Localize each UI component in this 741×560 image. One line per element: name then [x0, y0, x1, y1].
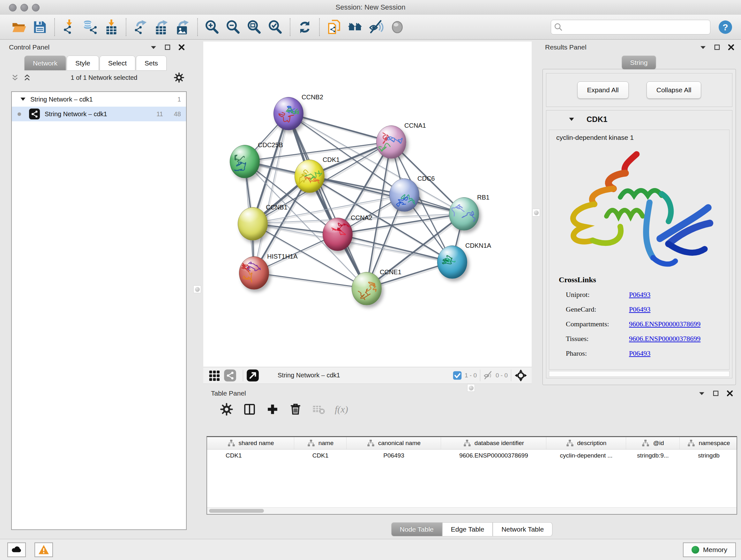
left-splitter-handle[interactable]: [193, 286, 201, 293]
import-network-from-database-button[interactable]: [81, 18, 99, 37]
control-panel-float-icon[interactable]: [163, 43, 172, 52]
node-ccna2[interactable]: [323, 218, 353, 251]
table-cell[interactable]: cyclin-dependent ...: [546, 449, 626, 462]
node-ccne1[interactable]: [352, 272, 382, 305]
node-ccna1[interactable]: [376, 125, 406, 159]
show-hide-button[interactable]: [367, 18, 386, 37]
network-list: String Network – cdk1 1 String Network –…: [11, 91, 187, 530]
table-cell[interactable]: P06493: [347, 449, 441, 462]
network-canvas[interactable]: CCNB2CCNA1CDC25BCDK1CDC6RB1CCNB1CCNA2CDK…: [203, 42, 532, 367]
table-cell[interactable]: stringdb: [680, 449, 738, 462]
crosslink-link[interactable]: 9606.ENSP00000378699: [629, 320, 729, 328]
zoom-selected-button[interactable]: [266, 18, 285, 37]
scrollbar-thumb[interactable]: [209, 509, 264, 513]
expand-all-networks-icon[interactable]: [22, 73, 32, 82]
node-cdkn1a[interactable]: [437, 246, 467, 279]
crosslink-link[interactable]: 9606.ENSP00000378699: [629, 334, 729, 343]
warnings-button[interactable]: [35, 543, 53, 557]
column-header--id[interactable]: @id: [626, 437, 680, 449]
export-network-button[interactable]: [131, 18, 150, 37]
table-horizontal-scrollbar[interactable]: [207, 507, 737, 514]
right-splitter-handle[interactable]: [532, 209, 540, 216]
save-session-button[interactable]: [30, 18, 49, 37]
table-tabs: Node TableEdge TableNetwork Table: [206, 522, 737, 536]
delete-column-icon[interactable]: [289, 402, 302, 416]
column-header-description[interactable]: description: [546, 437, 626, 449]
refresh-button[interactable]: [295, 18, 314, 37]
tab-edge-table[interactable]: Edge Table: [442, 522, 493, 536]
open-session-button[interactable]: [10, 18, 28, 37]
column-header-name[interactable]: name: [294, 437, 347, 449]
network-birdseye-icon[interactable]: [224, 369, 237, 382]
copy-style-button[interactable]: [325, 18, 343, 37]
node-cdc6[interactable]: [389, 179, 419, 212]
table-panel-menu-icon[interactable]: [697, 388, 706, 398]
results-panel-float-icon[interactable]: [712, 43, 722, 52]
collapse-all-networks-icon[interactable]: [10, 73, 20, 82]
bottom-splitter-handle[interactable]: [467, 384, 475, 392]
network-options-gear-icon[interactable]: [174, 72, 185, 83]
control-panel-menu-icon[interactable]: [149, 43, 158, 52]
results-panel-menu-icon[interactable]: [698, 43, 708, 52]
expand-all-button[interactable]: Expand All: [577, 81, 629, 99]
magic-eye-button[interactable]: [388, 18, 407, 37]
column-header-canonical-name[interactable]: canonical name: [347, 437, 441, 449]
column-header-shared-name[interactable]: shared name: [207, 437, 294, 449]
export-table-button[interactable]: [152, 18, 171, 37]
tab-node-table[interactable]: Node Table: [391, 522, 442, 536]
table-cell[interactable]: 9606.ENSP00000378699: [441, 449, 546, 462]
column-header-database-identifier[interactable]: database identifier: [441, 437, 546, 449]
table-options-gear-icon[interactable]: [220, 402, 233, 416]
crosslink-link[interactable]: P06493: [629, 305, 729, 314]
collection-expander-icon[interactable]: [19, 95, 27, 104]
memory-button[interactable]: Memory: [683, 543, 736, 557]
control-panel-close-icon[interactable]: [177, 43, 186, 52]
column-header-namespace[interactable]: namespace: [680, 437, 738, 449]
cloud-button[interactable]: [7, 543, 26, 557]
table-panel-float-icon[interactable]: [711, 388, 721, 398]
first-neighbors-button[interactable]: [346, 18, 364, 37]
zoom-out-button[interactable]: [224, 18, 243, 37]
show-columns-icon[interactable]: [243, 402, 256, 416]
tab-string[interactable]: String: [622, 56, 657, 69]
network-collection-row[interactable]: String Network – cdk1 1: [12, 92, 186, 107]
tab-network-table[interactable]: Network Table: [493, 522, 552, 536]
table-row[interactable]: CDK1CDK1P064939606.ENSP00000378699cyclin…: [207, 449, 737, 462]
selected-checkbox-icon[interactable]: [453, 371, 462, 380]
node-ccnb1[interactable]: [238, 207, 268, 240]
table-cell[interactable]: CDK1: [294, 449, 347, 462]
export-image-button[interactable]: [174, 18, 192, 37]
grid-view-icon[interactable]: [208, 369, 220, 382]
node-ccnb2[interactable]: [273, 97, 304, 130]
node-cdk1[interactable]: [294, 160, 325, 193]
result-item-header[interactable]: CDK1: [546, 111, 732, 128]
import-table-button[interactable]: [102, 18, 121, 37]
search-input[interactable]: [551, 20, 711, 35]
tab-select[interactable]: Select: [99, 56, 135, 70]
result-item-expander-icon[interactable]: [567, 115, 576, 124]
help-button[interactable]: ?: [718, 19, 733, 35]
zoom-fit-button[interactable]: [245, 18, 264, 37]
tab-sets[interactable]: Sets: [136, 56, 166, 70]
table-cell[interactable]: stringdb:9...: [626, 449, 680, 462]
node-rb1[interactable]: [449, 197, 479, 231]
results-panel-close-icon[interactable]: [726, 43, 736, 52]
zoom-in-button[interactable]: [203, 18, 221, 37]
detach-view-icon[interactable]: [246, 369, 259, 382]
collapse-all-button[interactable]: Collapse All: [647, 81, 701, 99]
fit-content-crosshair-icon[interactable]: [515, 369, 527, 382]
crosslink-link[interactable]: P06493: [629, 349, 729, 358]
create-column-icon[interactable]: [266, 402, 279, 416]
tab-style[interactable]: Style: [67, 56, 99, 70]
node-hist1h1a[interactable]: [239, 256, 269, 290]
table-cell[interactable]: CDK1: [207, 449, 294, 462]
crosslink-label: GeneCard:: [566, 305, 629, 314]
network-row[interactable]: String Network – cdk1 11 48: [12, 107, 186, 121]
crosslink-link[interactable]: P06493: [629, 291, 729, 299]
tab-network[interactable]: Network: [24, 56, 66, 70]
import-network-button[interactable]: [60, 18, 78, 37]
table-panel-close-icon[interactable]: [725, 388, 735, 398]
node-cdc25b[interactable]: [230, 145, 260, 178]
crosslink-row: Compartments: 9606.ENSP00000378699: [566, 317, 729, 331]
network-view-toolbar: String Network – cdk1 1 - 0 0 - 0: [203, 367, 532, 384]
